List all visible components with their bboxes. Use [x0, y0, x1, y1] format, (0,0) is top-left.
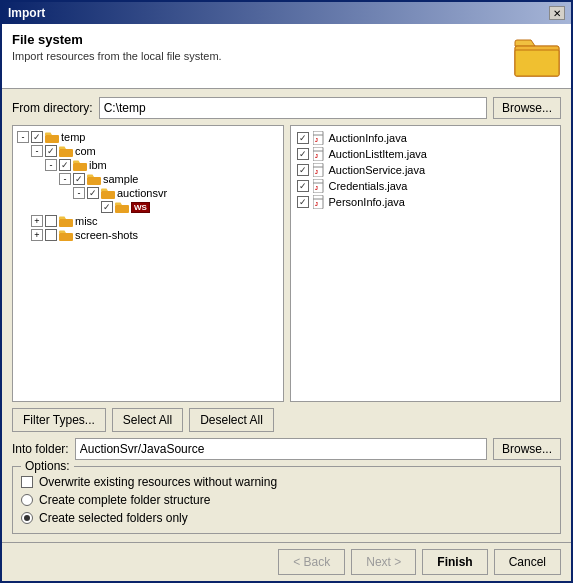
java-file-icon: J: [313, 131, 325, 145]
tree-item[interactable]: - ✓ auctionsvr: [73, 186, 279, 200]
svg-rect-2: [515, 50, 559, 76]
dialog-title: Import: [8, 6, 45, 20]
tree-item[interactable]: + screen-shots: [31, 228, 279, 242]
tree-checkbox[interactable]: [45, 229, 57, 241]
expander-icon[interactable]: +: [31, 229, 43, 241]
folder-icon: [59, 216, 73, 227]
into-folder-browse-button[interactable]: Browse...: [493, 438, 561, 460]
file-name: AuctionInfo.java: [329, 132, 407, 144]
footer: < Back Next > Finish Cancel: [2, 542, 571, 581]
next-button[interactable]: Next >: [351, 549, 416, 575]
overwrite-checkbox[interactable]: [21, 476, 33, 488]
tree-item[interactable]: - ✓ ibm: [45, 158, 279, 172]
filter-types-button[interactable]: Filter Types...: [12, 408, 106, 432]
tree-item-label: ibm: [89, 159, 107, 171]
overwrite-label: Overwrite existing resources without war…: [39, 475, 277, 489]
expander-icon[interactable]: +: [31, 215, 43, 227]
file-checkbox[interactable]: ✓: [297, 164, 309, 176]
options-group: Options: Overwrite existing resources wi…: [12, 466, 561, 534]
file-checkbox[interactable]: ✓: [297, 196, 309, 208]
content-area: From directory: Browse... - ✓ temp -: [2, 89, 571, 542]
cancel-button[interactable]: Cancel: [494, 549, 561, 575]
header-area: File system Import resources from the lo…: [2, 24, 571, 89]
option-row-overwrite[interactable]: Overwrite existing resources without war…: [21, 473, 552, 491]
folder-icon: [115, 202, 129, 213]
tree-item-label: com: [75, 145, 96, 157]
file-row[interactable]: ✓ J Credentials.java: [295, 178, 557, 194]
selected-folders-label: Create selected folders only: [39, 511, 188, 525]
file-name: PersonInfo.java: [329, 196, 405, 208]
into-folder-label: Into folder:: [12, 442, 69, 456]
file-name: AuctionListItem.java: [329, 148, 427, 160]
folder-icon: [87, 174, 101, 185]
file-row[interactable]: ✓ J AuctionListItem.java: [295, 146, 557, 162]
option-row-complete-folder[interactable]: Create complete folder structure: [21, 491, 552, 509]
folder-icon: [45, 132, 59, 143]
file-row[interactable]: ✓ J PersonInfo.java: [295, 194, 557, 210]
option-row-selected-folders[interactable]: Create selected folders only: [21, 509, 552, 527]
tree-item[interactable]: - ✓ com: [31, 144, 279, 158]
tree-checkbox[interactable]: ✓: [87, 187, 99, 199]
from-directory-label: From directory:: [12, 101, 93, 115]
from-directory-row: From directory: Browse...: [12, 97, 561, 119]
folder-icon: [101, 188, 115, 199]
svg-text:J: J: [315, 201, 318, 207]
svg-rect-10: [59, 233, 73, 241]
file-checkbox[interactable]: ✓: [297, 148, 309, 160]
tree-checkbox[interactable]: ✓: [59, 159, 71, 171]
expander-icon[interactable]: -: [45, 159, 57, 171]
select-all-button[interactable]: Select All: [112, 408, 183, 432]
tree-checkbox[interactable]: ✓: [31, 131, 43, 143]
svg-rect-8: [115, 205, 129, 213]
complete-folder-radio[interactable]: [21, 494, 33, 506]
options-legend: Options:: [21, 459, 74, 473]
tree-item[interactable]: + misc: [31, 214, 279, 228]
tree-checkbox[interactable]: ✓: [101, 201, 113, 213]
close-button[interactable]: ✕: [549, 6, 565, 20]
deselect-all-button[interactable]: Deselect All: [189, 408, 274, 432]
header-text: File system Import resources from the lo…: [12, 32, 503, 62]
tree-item-label: auctionsvr: [117, 187, 167, 199]
java-file-icon: J: [313, 195, 325, 209]
file-checkbox[interactable]: ✓: [297, 132, 309, 144]
files-panel[interactable]: ✓ J AuctionInfo.java ✓ J AuctionListItem…: [290, 125, 562, 402]
folder-icon: [59, 230, 73, 241]
svg-rect-4: [59, 149, 73, 157]
selected-folders-radio[interactable]: [21, 512, 33, 524]
svg-text:J: J: [315, 153, 318, 159]
title-bar: Import ✕: [2, 2, 571, 24]
expander-icon[interactable]: -: [59, 173, 71, 185]
finish-button[interactable]: Finish: [422, 549, 487, 575]
file-row[interactable]: ✓ J AuctionService.java: [295, 162, 557, 178]
complete-folder-label: Create complete folder structure: [39, 493, 210, 507]
from-directory-input[interactable]: [99, 97, 487, 119]
tree-item-label: sample: [103, 173, 138, 185]
svg-text:J: J: [315, 137, 318, 143]
tree-item-label: screen-shots: [75, 229, 138, 241]
from-directory-browse-button[interactable]: Browse...: [493, 97, 561, 119]
tree-checkbox[interactable]: [45, 215, 57, 227]
back-button[interactable]: < Back: [278, 549, 345, 575]
svg-rect-6: [87, 177, 101, 185]
tree-item[interactable]: + ✓ WS: [87, 200, 279, 214]
tree-item-label: misc: [75, 215, 98, 227]
expander-icon[interactable]: -: [17, 131, 29, 143]
header-subtitle: Import resources from the local file sys…: [12, 50, 503, 62]
tree-item-label: temp: [61, 131, 85, 143]
file-name: Credentials.java: [329, 180, 408, 192]
tree-item[interactable]: - ✓ temp: [17, 130, 279, 144]
tree-item[interactable]: - ✓ sample: [59, 172, 279, 186]
java-file-icon: J: [313, 147, 325, 161]
tree-panel[interactable]: - ✓ temp - ✓ com: [12, 125, 284, 402]
svg-rect-3: [45, 135, 59, 143]
tree-checkbox[interactable]: ✓: [45, 145, 57, 157]
java-file-icon: J: [313, 163, 325, 177]
file-checkbox[interactable]: ✓: [297, 180, 309, 192]
expander-icon[interactable]: -: [73, 187, 85, 199]
expander-icon[interactable]: -: [31, 145, 43, 157]
svg-rect-9: [59, 219, 73, 227]
tree-checkbox[interactable]: ✓: [73, 173, 85, 185]
file-row[interactable]: ✓ J AuctionInfo.java: [295, 130, 557, 146]
into-folder-input[interactable]: [75, 438, 487, 460]
file-name: AuctionService.java: [329, 164, 426, 176]
